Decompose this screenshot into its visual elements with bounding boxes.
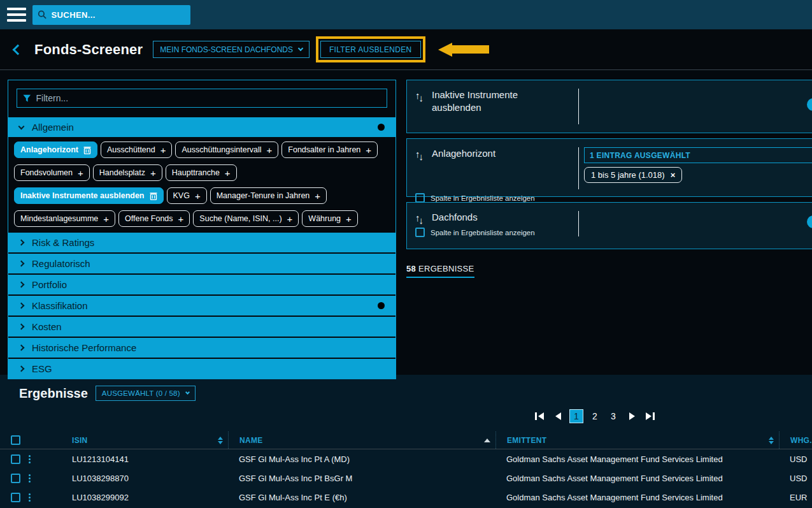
row-menu-icon[interactable] [29, 474, 31, 483]
accordion-section[interactable]: Portfolio [8, 275, 395, 294]
cell-isin: LU1038298870 [61, 474, 228, 483]
select-all-checkbox[interactable] [11, 435, 20, 445]
screen-select-label: MEIN FONDS-SCREEN DACHFONDS [160, 45, 293, 54]
reorder-icon[interactable]: ↑↓ [415, 149, 432, 162]
show-column-checkbox[interactable] [415, 228, 425, 237]
page-title: Fonds-Screener [34, 41, 143, 58]
filter-chip[interactable]: Fondsalter in Jahren + [281, 142, 378, 158]
selected-entries-field[interactable]: 1 EINTRAG AUSGEWÄHLT [584, 147, 812, 163]
sort-icon [769, 437, 774, 444]
selected-dropdown[interactable]: AUSGEWÄHLT (0 / 58) [96, 386, 196, 401]
cell-isin: LU1038299092 [61, 493, 228, 502]
results-section: Ergebnisse AUSGEWÄHLT (0 / 58) 1 2 3 ISI… [0, 375, 812, 508]
chevron-right-icon [18, 366, 25, 372]
first-page-button[interactable] [532, 409, 546, 423]
top-bar [0, 0, 812, 29]
accordion-section[interactable]: Klassifikation [8, 296, 395, 316]
section-allgemein[interactable]: Allgemein [8, 117, 395, 137]
chevron-right-icon [18, 240, 25, 246]
plus-icon: + [287, 214, 293, 224]
remove-selection-icon[interactable]: × [671, 170, 676, 180]
column-header-whg[interactable]: WHG. [779, 432, 812, 449]
filter-chip[interactable]: Währung + [302, 210, 358, 227]
page-number-button[interactable]: 1 [569, 409, 583, 423]
filter-panel: Allgemein Anlagehorizont + [8, 80, 396, 379]
row-menu-icon[interactable] [29, 493, 31, 502]
annotation-arrow [438, 43, 489, 57]
chevron-down-icon [298, 46, 303, 51]
table-row[interactable]: LU1038299092 GSF Gl Mul-Ass Inc Pt E (€h… [0, 488, 812, 507]
filter-search-input[interactable] [36, 93, 381, 103]
plus-icon: + [195, 191, 201, 201]
last-page-button[interactable] [643, 409, 657, 423]
search-icon [38, 10, 47, 20]
annotation-highlight-box: FILTER AUSBLENDEN [316, 36, 425, 62]
cell-emittent: Goldman Sachs Asset Management Fund Serv… [495, 454, 779, 464]
plus-icon: + [366, 145, 371, 155]
row-checkbox[interactable] [11, 454, 20, 464]
plus-icon: + [346, 214, 352, 224]
cell-whg: EUR [779, 493, 812, 502]
checkbox-label: Spalte in Ergebnisliste anzeigen [431, 229, 535, 236]
chevron-down-icon [185, 390, 190, 395]
card-title: Anlagehorizont [432, 147, 558, 160]
plus-icon: + [160, 145, 166, 155]
chevron-right-icon [18, 345, 25, 351]
filter-search-field[interactable] [17, 89, 387, 108]
global-search[interactable] [32, 5, 190, 25]
next-page-button[interactable] [625, 409, 639, 423]
plus-icon: + [225, 168, 231, 178]
active-filter-dot [378, 302, 385, 309]
sort-icon [218, 437, 223, 444]
column-header-emittent[interactable]: EMITTENT [495, 432, 779, 449]
cell-name: GSF Gl Mul-Ass Inc Pt E (€h) [228, 493, 495, 502]
filter-chip[interactable]: Handelsplatz + [93, 164, 162, 181]
reorder-icon[interactable]: ↑↓ [415, 90, 432, 103]
results-title: Ergebnisse [19, 386, 88, 401]
table-row[interactable]: LU1213104141 GSF Gl Mul-Ass Inc Pt A (MD… [0, 449, 812, 468]
back-chevron-icon[interactable] [13, 44, 24, 55]
filter-chip[interactable]: Manager-Tenure in Jahren + [210, 187, 327, 204]
cell-isin: LU1213104141 [61, 454, 228, 464]
content-area: Allgemein Anlagehorizont + [0, 70, 812, 375]
cell-name: GSF Gl Mul-Ass Inc Pt A (MD) [228, 454, 495, 464]
screen-select-dropdown[interactable]: MEIN FONDS-SCREEN DACHFONDS [153, 41, 310, 58]
search-input[interactable] [52, 10, 185, 20]
active-filter-dot [378, 124, 385, 131]
chevron-right-icon [18, 282, 25, 288]
cell-name: GSF Gl Mul-Ass Inc Pt BsGr M [228, 474, 495, 483]
filter-chip[interactable]: Haupttranche + [166, 164, 237, 181]
accordion-section[interactable]: Historische Performance [8, 338, 395, 358]
accordion-section[interactable]: ESG [8, 359, 395, 379]
table-row[interactable]: LU1038298870 GSF Gl Mul-Ass Inc Pt BsGr … [0, 468, 812, 488]
sort-ascending-icon [484, 439, 490, 442]
filter-toggle-button[interactable]: FILTER AUSBLENDEN [320, 41, 421, 58]
menu-icon[interactable] [7, 8, 26, 22]
filter-chip[interactable]: KVG + [167, 187, 207, 204]
filter-chip[interactable]: Anlagehorizont + [14, 142, 97, 158]
filter-chip[interactable]: Ausschüttungsintervall + [175, 142, 278, 158]
selection-chip[interactable]: 1 bis 5 jahre (1.018) × [584, 167, 682, 183]
row-checkbox[interactable] [11, 493, 20, 502]
accordion-section[interactable]: Risk & Ratings [8, 233, 395, 252]
filter-chip[interactable]: Fondsvolumen + [14, 164, 90, 181]
filter-chip[interactable]: Inaktive Instrumente ausblenden + [14, 187, 164, 204]
results-count-link[interactable]: 58 ERGEBNISSE [406, 264, 474, 278]
prev-page-button[interactable] [551, 409, 565, 423]
filter-chip[interactable]: Ausschüttend + [101, 142, 173, 158]
row-menu-icon[interactable] [29, 455, 31, 463]
filter-chip[interactable]: Suche (Name, ISIN, ...) + [193, 210, 299, 227]
cell-whg: USD [779, 454, 812, 464]
filter-chip[interactable]: Offene Fonds + [118, 210, 190, 227]
column-header-isin[interactable]: ISIN [61, 432, 228, 449]
accordion-section[interactable]: Kosten [8, 317, 395, 337]
column-header-name[interactable]: NAME [228, 432, 495, 449]
show-column-checkbox[interactable] [415, 193, 425, 203]
filter-chip[interactable]: Mindestanlagesumme + [14, 210, 115, 227]
accordion-section[interactable]: Regulatorisch [8, 254, 395, 273]
trash-icon [83, 146, 91, 154]
row-checkbox[interactable] [11, 474, 20, 483]
page-number-button[interactable]: 2 [588, 409, 602, 423]
reorder-icon[interactable]: ↑↓ [415, 212, 432, 226]
page-number-button[interactable]: 3 [606, 409, 620, 423]
